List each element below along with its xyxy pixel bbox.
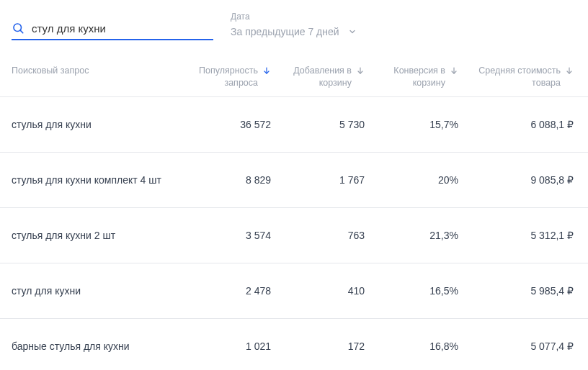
- cell-avg-price: 5 077,4 ₽: [458, 340, 574, 352]
- cell-cart-adds: 1 767: [271, 174, 365, 186]
- cell-popularity: 36 572: [177, 119, 271, 130]
- cell-query: барные стулья для кухни: [12, 340, 177, 352]
- cell-conversion: 16,8%: [365, 340, 458, 352]
- table-header: Поисковый запрос Популярность запроса До…: [0, 58, 588, 97]
- col-query[interactable]: Поисковый запрос: [12, 65, 177, 77]
- cell-popularity: 8 829: [177, 174, 271, 186]
- date-filter: Дата За предыдущие 7 дней: [231, 12, 357, 40]
- cell-avg-price: 9 085,8 ₽: [458, 174, 574, 186]
- filter-bar: Дата За предыдущие 7 дней: [0, 0, 588, 58]
- col-label: Популярность запроса: [177, 65, 258, 89]
- cell-query: стулья для кухни 2 шт: [12, 230, 177, 241]
- table-row: стулья для кухни комплект 4 шт 8 829 1 7…: [0, 153, 588, 208]
- cell-conversion: 21,3%: [365, 230, 458, 241]
- cell-query: стулья для кухни: [12, 119, 177, 130]
- table-row: стулья для кухни 36 572 5 730 15,7% 6 08…: [0, 97, 588, 153]
- search-field-wrap[interactable]: [12, 17, 213, 40]
- col-conversion[interactable]: Конверсия в корзину: [365, 65, 458, 89]
- table-row: стул для кухни 2 478 410 16,5% 5 985,4 ₽: [0, 263, 588, 319]
- cell-cart-adds: 172: [271, 340, 365, 352]
- col-label: Конверсия в корзину: [365, 65, 445, 89]
- col-avg-price[interactable]: Средняя стоимость товара: [458, 65, 574, 89]
- cell-popularity: 2 478: [177, 285, 271, 297]
- cell-cart-adds: 763: [271, 230, 365, 241]
- results-table: Поисковый запрос Популярность запроса До…: [0, 58, 588, 370]
- search-input[interactable]: [32, 22, 213, 35]
- col-label: Поисковый запрос: [12, 65, 89, 77]
- cell-avg-price: 5 985,4 ₽: [458, 285, 574, 297]
- arrow-down-icon: [356, 66, 365, 75]
- cell-avg-price: 5 312,1 ₽: [458, 230, 574, 241]
- cell-query: стулья для кухни комплект 4 шт: [12, 174, 177, 186]
- cell-query: стул для кухни: [12, 285, 177, 297]
- col-popularity[interactable]: Популярность запроса: [177, 65, 271, 89]
- table-row: стулья для кухни 2 шт 3 574 763 21,3% 5 …: [0, 208, 588, 263]
- arrow-down-icon: [565, 66, 574, 75]
- arrow-down-icon: [450, 66, 458, 75]
- table-body: стулья для кухни 36 572 5 730 15,7% 6 08…: [0, 97, 588, 370]
- cell-cart-adds: 410: [271, 285, 365, 297]
- date-filter-label: Дата: [231, 12, 357, 22]
- cell-cart-adds: 5 730: [271, 119, 365, 130]
- col-label: Средняя стоимость товара: [458, 65, 561, 89]
- cell-avg-price: 6 088,1 ₽: [458, 119, 574, 130]
- cell-conversion: 16,5%: [365, 285, 458, 297]
- arrow-down-icon: [262, 66, 271, 75]
- svg-line-1: [20, 30, 23, 33]
- cell-conversion: 20%: [365, 174, 458, 186]
- col-cart-adds[interactable]: Добавления в корзину: [271, 65, 365, 89]
- date-filter-select[interactable]: За предыдущие 7 дней: [231, 23, 357, 40]
- cell-popularity: 1 021: [177, 340, 271, 352]
- search-icon: [12, 22, 24, 35]
- cell-conversion: 15,7%: [365, 119, 458, 130]
- cell-popularity: 3 574: [177, 230, 271, 241]
- table-row: барные стулья для кухни 1 021 172 16,8% …: [0, 319, 588, 370]
- col-label: Добавления в корзину: [271, 65, 352, 89]
- date-filter-value: За предыдущие 7 дней: [231, 26, 339, 37]
- chevron-down-icon: [348, 27, 357, 36]
